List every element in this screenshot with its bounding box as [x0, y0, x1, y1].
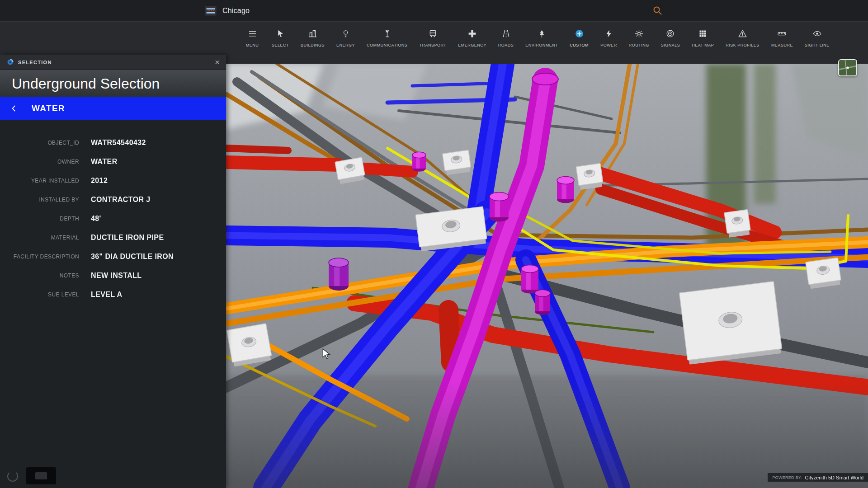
utility-vault[interactable]: [576, 163, 604, 190]
property-label: FACILITY DESCRIPTION: [0, 253, 79, 260]
toolbar-item-label: SELECT: [272, 43, 289, 47]
heatmap-icon: [698, 28, 708, 39]
minimized-widget[interactable]: [26, 467, 56, 484]
toolbar-item-power[interactable]: POWER: [600, 28, 617, 47]
pipe-fitting[interactable]: [329, 258, 349, 291]
toolbar-item-label: MENU: [246, 43, 259, 47]
app-header: Chicago: [0, 0, 868, 21]
signals-icon: [665, 28, 675, 39]
pipe-magenta-cap: [532, 73, 558, 85]
sightline-icon: [812, 28, 822, 39]
toolbar-item-custom[interactable]: CUSTOM: [570, 28, 589, 47]
environment-icon: [537, 28, 547, 39]
toolbar-item-label: HEAT MAP: [692, 43, 714, 47]
pipe-fitting[interactable]: [535, 290, 550, 314]
toolbar-item-transport[interactable]: TRANSPORT: [419, 28, 446, 47]
selection-panel: SELECTION × Underground Selection WATER …: [0, 55, 226, 488]
utility-vault[interactable]: [806, 258, 842, 289]
property-row: SUE LEVELLEVEL A: [0, 285, 226, 304]
pipe-fitting[interactable]: [521, 265, 538, 293]
pipe-red[interactable]: [226, 148, 288, 150]
toolbar-item-menu[interactable]: MENU: [245, 28, 260, 47]
power-icon: [604, 28, 613, 39]
property-row: FACILITY DESCRIPTION36" DIA DUCTILE IRON: [0, 247, 226, 266]
energy-icon: [341, 28, 350, 39]
map-3d-view[interactable]: POWERED BY: Cityzenith 5D Smart World: [226, 64, 868, 488]
toolbar-item-communications[interactable]: COMMUNICATIONS: [367, 28, 407, 47]
selection-header-label: SELECTION: [18, 60, 52, 65]
communications-icon: [382, 28, 392, 39]
toolbar-item-buildings[interactable]: BUILDINGS: [301, 28, 325, 47]
toolbar-item-label: EMERGENCY: [458, 43, 486, 47]
property-label: INSTALLED BY: [0, 197, 79, 203]
property-label: MATERIAL: [0, 235, 79, 241]
property-row: NOTESNEW INSTALL: [0, 266, 226, 285]
toolbar-item-label: BUILDINGS: [301, 43, 325, 47]
toolbar-item-emergency[interactable]: EMERGENCY: [458, 28, 486, 47]
roads-icon: [501, 28, 511, 39]
property-row: INSTALLED BYCONTRACTOR J: [0, 190, 226, 209]
category-label: WATER: [32, 103, 65, 113]
toolbar-item-energy[interactable]: ENERGY: [336, 28, 355, 47]
property-value: WATER: [91, 158, 118, 166]
property-value: LEVEL A: [91, 291, 122, 299]
property-list: OBJECT_IDWATR54540432OWNERWATERYEAR INST…: [0, 120, 226, 304]
toolbar-item-label: SIGHT LINE: [805, 43, 830, 47]
property-value: DUCTILE IRON PIPE: [91, 234, 164, 242]
emergency-icon: [467, 28, 477, 39]
category-bar-water[interactable]: WATER: [0, 97, 226, 120]
toolbar-item-risk[interactable]: RISK PROFILES: [726, 28, 760, 47]
toolbar-item-select[interactable]: SELECT: [272, 28, 289, 47]
utility-vault[interactable]: [226, 324, 272, 367]
pipe-fitting[interactable]: [412, 152, 426, 172]
toolbar-item-signals[interactable]: SIGNALS: [661, 28, 680, 47]
property-label: YEAR INSTALLED: [0, 178, 79, 184]
pipe-red[interactable]: [365, 169, 412, 172]
chevron-left-icon[interactable]: [10, 104, 18, 113]
routing-icon: [634, 28, 644, 39]
property-row: YEAR INSTALLED2012: [0, 171, 226, 190]
toolbar-item-environment[interactable]: ENVIRONMENT: [525, 28, 558, 47]
toolbar-item-label: ENERGY: [336, 43, 355, 47]
pipe-fitting[interactable]: [490, 192, 509, 222]
property-row: MATERIALDUCTILE IRON PIPE: [0, 228, 226, 247]
minimap[interactable]: [838, 59, 857, 76]
search-icon[interactable]: [652, 5, 663, 16]
toolbar-item-sightline[interactable]: SIGHT LINE: [805, 28, 830, 47]
pipe-red[interactable]: [226, 162, 339, 165]
toolbar-item-routing[interactable]: ROUTING: [629, 28, 649, 47]
minimized-widget-thumb: [35, 472, 47, 479]
pipe-red[interactable]: [448, 310, 451, 362]
property-value: 2012: [91, 177, 108, 185]
brand-label: Cityzenith 5D Smart World: [805, 475, 863, 480]
powered-by-bar: POWERED BY: Cityzenith 5D Smart World: [768, 473, 868, 482]
panel-title: Underground Selection: [0, 70, 226, 97]
measure-icon: [777, 28, 787, 39]
bottom-shade: [226, 380, 868, 488]
toolbar-item-label: RISK PROFILES: [726, 43, 760, 47]
utility-vault[interactable]: [443, 150, 472, 175]
utility-vault[interactable]: [679, 282, 783, 365]
app-title: Chicago: [222, 7, 250, 15]
toolbar-item-roads[interactable]: ROADS: [498, 28, 514, 47]
powered-by-label: POWERED BY:: [772, 475, 802, 480]
selection-panel-header: SELECTION ×: [0, 55, 226, 70]
toolbar-item-label: ROUTING: [629, 43, 649, 47]
property-value: 48': [91, 215, 101, 223]
property-row: OBJECT_IDWATR54540432: [0, 133, 226, 152]
toolbar-item-label: MEASURE: [771, 43, 793, 47]
underground-3d-scene[interactable]: [226, 64, 868, 488]
chicago-flag-icon: [204, 5, 217, 16]
pipe-fitting[interactable]: [557, 176, 574, 203]
toolbar-item-heatmap[interactable]: HEAT MAP: [692, 28, 714, 47]
close-icon[interactable]: ×: [215, 58, 220, 66]
property-value: NEW INSTALL: [91, 272, 142, 280]
select-icon: [276, 28, 285, 39]
property-value: WATR54540432: [91, 139, 146, 147]
property-row: DEPTH48': [0, 209, 226, 228]
custom-icon: [575, 28, 584, 39]
selection-icon: [6, 58, 14, 66]
buildings-icon: [308, 28, 317, 39]
utility-vault[interactable]: [335, 157, 366, 184]
toolbar-item-measure[interactable]: MEASURE: [771, 28, 793, 47]
